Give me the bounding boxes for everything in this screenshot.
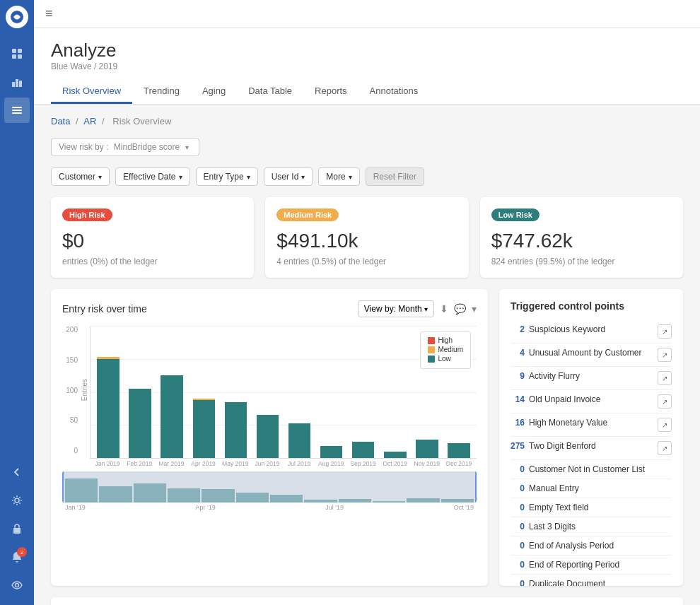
svg-rect-2 [18,49,22,53]
tab-trending[interactable]: Trending [132,80,191,104]
view-risk-button[interactable]: View risk by : MindBridge score ▾ [51,138,199,156]
bar-group-3 [189,326,218,458]
legend-medium-color [428,346,435,353]
filter-entry-type[interactable]: Entry Type▾ [196,168,258,186]
sidebar-icon-eye[interactable] [4,572,30,598]
cp-link-0[interactable]: ↗ [658,324,672,339]
x-label-5: Jun 2019 [252,460,282,467]
cp-item-0[interactable]: 2Suspicious Keyword↗ [511,320,672,343]
cp-item-12: 0Duplicate Document [511,575,672,586]
cp-link-4[interactable]: ↗ [658,418,672,432]
sidebar-icon-notification[interactable]: 2 [4,544,30,570]
breadcrumb-ar[interactable]: AR [83,116,96,127]
tab-aging[interactable]: Aging [191,80,237,104]
bar-group-8 [349,326,378,458]
cp-item-3[interactable]: 14Old Unpaid Invoice↗ [511,390,672,413]
bar-stack-3[interactable] [193,399,216,458]
bar-stack-7[interactable] [320,446,343,458]
cp-count-0: 2 [511,324,525,334]
cp-name-2: Activity Flurry [529,371,658,381]
bar-stack-10[interactable] [416,440,438,458]
x-label-1: Feb 2019 [124,460,154,467]
x-label-4: May 2019 [221,460,250,467]
bar-group-2 [157,326,187,458]
cp-item-2[interactable]: 9Activity Flurry↗ [511,367,672,390]
tab-reports[interactable]: Reports [303,80,358,104]
cp-link-1[interactable]: ↗ [658,348,672,362]
bar-stack-11[interactable] [448,443,470,458]
cp-item-5[interactable]: 275Two Digit Benford↗ [511,437,672,460]
legend-high: High [428,336,463,344]
x-label-10: Nov 2019 [412,460,442,467]
sidebar-icon-chart[interactable] [4,69,30,95]
chart-download-button[interactable]: ⬇ [440,303,448,315]
svg-rect-10 [12,112,22,114]
cp-title: Triggered control points [511,300,672,312]
cp-name-12: Duplicate Document [529,579,672,586]
cp-item-8: 0Empty Text field [511,498,672,517]
control-points-card: Triggered control points 2Suspicious Key… [499,289,683,586]
sidebar-bottom: 2 [4,458,30,599]
bar-stack-8[interactable] [352,442,375,458]
mini-label-apr: Apr '19 [195,504,215,511]
tab-risk-overview[interactable]: Risk Overview [51,80,132,104]
breadcrumb-data[interactable]: Data [51,116,70,127]
filter-more[interactable]: More▾ [318,168,359,186]
filter-customer[interactable]: Customer▾ [51,168,110,186]
legend-low-label: Low [438,355,450,363]
cp-item-1[interactable]: 4Unusual Amount by Customer↗ [511,343,672,367]
tab-annotations[interactable]: Annotations [358,80,430,104]
sidebar-icon-back[interactable] [4,459,30,485]
cp-name-8: Empty Text field [529,503,672,512]
sidebar-icon-grid[interactable] [4,41,30,66]
sidebar-icon-settings[interactable] [4,488,30,513]
svg-rect-9 [12,110,22,111]
medium-risk-description: 4 entries (0.5%) of the ledger [276,257,457,266]
bar-stack-6[interactable] [288,423,311,458]
bar-stack-4[interactable] [225,402,247,458]
filter-user-id[interactable]: User Id▾ [264,168,313,186]
medium-risk-badge: Medium Risk [276,208,339,221]
reset-filter-button[interactable]: Reset Filter [366,168,424,186]
hamburger-icon[interactable]: ≡ [45,6,53,21]
cp-link-2[interactable]: ↗ [658,371,672,385]
bar-low-11 [448,443,470,458]
chart-more-button[interactable]: ▾ [472,303,477,315]
chart-title: Entry risk over time [62,303,147,315]
x-label-9: Oct 2019 [380,460,410,467]
svg-rect-5 [12,82,15,87]
svg-rect-3 [12,54,16,59]
bar-low-6 [288,423,311,458]
bar-stack-5[interactable] [257,415,279,458]
app-logo[interactable] [6,6,28,28]
x-label-0: Jan 2019 [93,460,122,467]
bars-container: High Medium Low [90,326,477,459]
notification-badge: 2 [17,547,27,557]
bar-stack-1[interactable] [129,389,151,458]
cp-link-3[interactable]: ↗ [658,394,672,409]
cp-count-9: 0 [511,522,525,531]
bar-stack-0[interactable] [97,357,119,458]
high-risk-badge: High Risk [62,208,112,221]
cp-item-4[interactable]: 16High Monetary Value↗ [511,413,672,437]
filter-effective-date[interactable]: Effective Date▾ [115,168,189,186]
sidebar-icon-layers[interactable] [4,98,30,123]
mini-x-labels: Jan '19 Apr '19 Jul '19 Oct '19 [62,504,477,511]
cp-list: 2Suspicious Keyword↗4Unusual Amount by C… [511,320,672,586]
bar-stack-9[interactable] [384,452,407,458]
cp-count-5: 275 [511,441,525,451]
mini-chart[interactable] [62,471,477,503]
bar-stack-2[interactable] [161,375,183,458]
breadcrumb: Data / AR / Risk Overview [51,116,683,127]
view-risk-row: View risk by : MindBridge score ▾ [51,138,683,156]
cp-link-5[interactable]: ↗ [658,441,672,455]
bar-group-4 [221,326,250,458]
y-label-100: 100 [66,387,78,394]
tab-data-table[interactable]: Data Table [237,80,303,104]
view-by-month-button[interactable]: View by: Month ▾ [358,300,434,317]
bar-low-3 [193,400,216,458]
chart-comment-button[interactable]: 💬 [454,303,466,315]
cp-count-7: 0 [511,483,525,493]
bar-chart: 200 150 100 50 0 Entries [62,326,477,467]
sidebar-icon-lock[interactable] [4,516,30,541]
